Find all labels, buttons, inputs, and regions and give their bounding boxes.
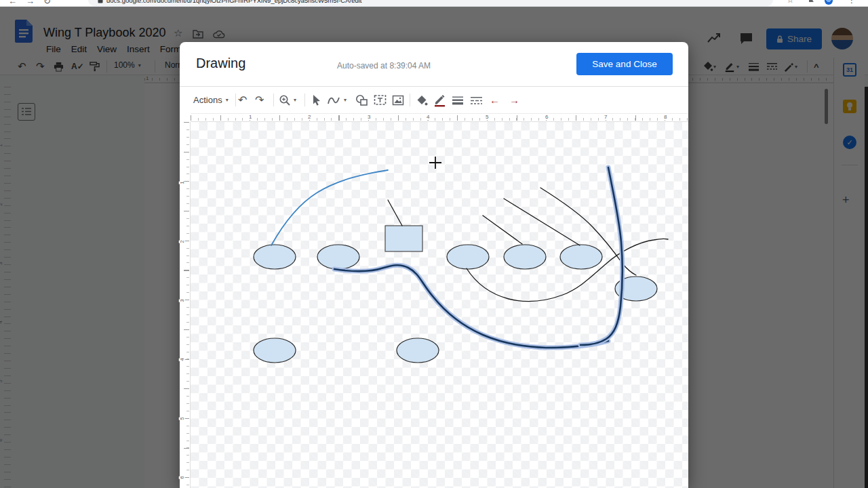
browser-menu-icon[interactable]: ⋮ [848,0,856,5]
shape-tool-button[interactable] [355,93,368,107]
line-dash-button[interactable] [471,93,482,107]
drawing-vertical-ruler: 1 2 3 4 5 6 [180,122,191,488]
screen: { "browser": { "url": "docs.google.com/d… [0,0,868,488]
lock-icon [98,0,103,3]
browser-reload-button[interactable]: ↻ [43,0,51,6]
ruler-number: 4 [425,114,431,120]
browser-address-bar: ← → ↻ docs.google.com/document/d/1qhqylO… [0,0,868,7]
chevron-down-icon[interactable]: ▾ [294,93,296,107]
drawing-dialog: Drawing Auto-saved at 8:39:04 AM Save an… [180,42,688,488]
actions-menu-button[interactable]: Actions ▾ [193,93,229,107]
undo-button[interactable]: ↶ [238,93,247,107]
chevron-down-icon[interactable]: ▾ [344,93,347,107]
fill-color-button[interactable] [416,93,428,107]
actions-label: Actions [193,95,222,105]
url-field[interactable]: docs.google.com/document/d/1qhqylOtzPhGF… [88,0,773,6]
ruler-number: 6 [544,114,549,120]
ruler-number: 5 [179,417,185,420]
browser-forward-button[interactable]: → [26,0,35,6]
toolbar-separator [304,94,305,106]
toolbar-separator [410,94,410,106]
url-text: docs.google.com/document/d/1qhqylOtzPhGF… [106,0,361,4]
ruler-number: 2 [307,114,312,120]
ruler-number: 8 [663,114,668,120]
drawing-horizontal-ruler: 1 2 3 4 5 6 7 8 [191,113,688,122]
line-color-button[interactable] [433,93,446,107]
bookmark-star-icon[interactable]: ☆ [787,0,794,5]
ruler-number: 1 [179,181,185,184]
browser-profile-avatar[interactable] [825,0,833,5]
line-start-arrow-button[interactable]: ← [490,93,500,107]
toolbar-separator [235,94,236,106]
select-tool-button[interactable] [311,93,322,107]
chevron-down-icon: ▾ [226,97,229,103]
drawing-canvas[interactable] [191,122,688,488]
toolbar-separator [273,94,274,106]
zoom-tool-button[interactable] [279,93,291,107]
ruler-number: 7 [603,114,608,120]
redo-button[interactable]: ↷ [255,93,264,107]
ruler-number: 4 [179,358,185,361]
extensions-icon[interactable] [808,0,815,5]
ruler-number: 3 [179,299,185,302]
ruler-number: 2 [179,240,185,243]
line-weight-button[interactable] [452,93,463,107]
ruler-number: 6 [179,476,185,479]
autosave-status: Auto-saved at 8:39:04 AM [337,61,431,70]
save-and-close-button[interactable]: Save and Close [576,53,673,75]
line-tool-button[interactable] [327,93,340,107]
browser-back-button[interactable]: ← [8,0,17,6]
ruler-number: 1 [248,114,253,120]
drawing-toolbar: Actions ▾ ↶ ↷ ▾ ▾ [180,87,688,113]
text-box-tool-button[interactable] [374,93,387,107]
dialog-title: Drawing [196,56,245,71]
ruler-number: 5 [484,114,490,120]
dialog-header: Drawing Auto-saved at 8:39:04 AM Save an… [180,42,688,87]
insert-image-button[interactable] [392,93,404,107]
ruler-number: 3 [366,114,372,120]
drawing-content [191,122,688,488]
line-end-arrow-button[interactable]: → [509,93,519,107]
screen-edge-strip [865,87,868,488]
